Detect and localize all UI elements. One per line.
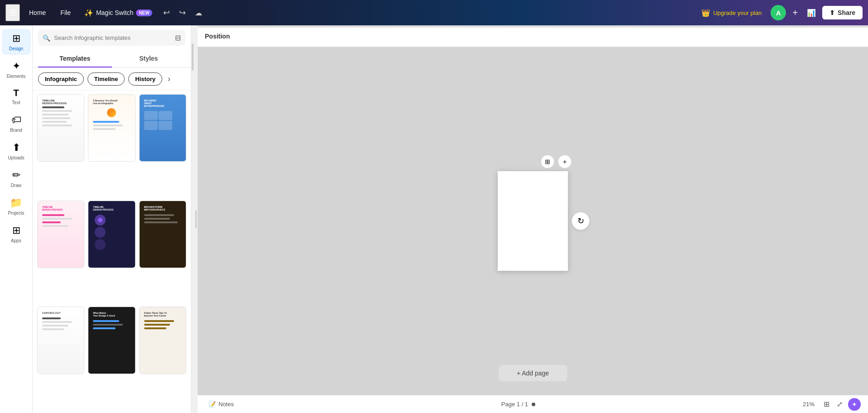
page-info-text: Page 1 / 1	[501, 401, 528, 408]
sidebar-item-projects[interactable]: 📁 Projects	[2, 193, 31, 219]
analytics-button[interactable]: 📊	[804, 6, 819, 20]
search-icon: 🔍	[43, 34, 50, 42]
main-layout: ⊞ Design ✦ Elements T Text 🏷 Brand ⬆ Upl…	[0, 25, 868, 413]
apps-icon: ⊞	[12, 225, 20, 236]
template-item[interactable]: Follow These Tips ToImprove Your Career	[139, 307, 186, 374]
elements-icon: ✦	[12, 60, 20, 72]
template-item[interactable]: CHRONOLOGY	[37, 307, 84, 374]
template-item[interactable]: 5 Reasons You ShouldUse an Infographic	[88, 94, 135, 162]
hamburger-button[interactable]: ☰	[5, 4, 20, 21]
resize-handle[interactable]	[194, 25, 198, 413]
category-chips: Infographic Timeline History ›	[33, 68, 191, 91]
help-button[interactable]: ✦	[848, 398, 861, 411]
template-item[interactable]: TIMELINEDESIGN PROCESS	[37, 201, 84, 268]
chips-scroll-right-icon[interactable]: ›	[166, 72, 172, 86]
position-label: Position	[205, 33, 230, 40]
bottom-bar: 📝 Notes Page 1 / 1 21% ⊞ ⤢ ✦	[198, 395, 868, 413]
magic-switch-star-icon: ✨	[84, 9, 93, 17]
file-button[interactable]: File	[55, 6, 76, 19]
top-scrollbar[interactable]	[198, 25, 868, 28]
panel-wrapper: 🔍 ⊟ Templates Styles Infographic Timelin…	[33, 25, 194, 413]
search-bar: 🔍 ⊟	[38, 30, 185, 46]
sidebar-brand-label: Brand	[10, 128, 22, 133]
sidebar-item-design[interactable]: ⊞ Design	[2, 29, 31, 55]
share-button[interactable]: ⬆ Share	[822, 6, 863, 19]
filter-icon[interactable]: ⊟	[175, 34, 181, 42]
sidebar-item-draw[interactable]: ✏ Draw	[2, 166, 31, 192]
canvas-page-actions: ⊞ +	[541, 155, 572, 168]
notes-button[interactable]: 📝 Notes	[205, 399, 238, 409]
canvas-toolbar: Position	[198, 25, 868, 47]
resize-handle-inner	[195, 210, 197, 228]
text-icon: T	[13, 88, 19, 98]
expand-page-button[interactable]: ⊞	[541, 155, 554, 168]
uploads-icon: ⬆	[12, 142, 20, 154]
page-dot	[532, 403, 535, 406]
add-collaborator-button[interactable]: +	[790, 5, 800, 21]
notes-icon: 📝	[209, 401, 216, 408]
template-item[interactable]: BRAINSTORMIMFOGRAPHICS	[139, 201, 186, 268]
undo-button[interactable]: ↩	[160, 5, 173, 20]
template-item[interactable]: TIMELINEDESIGN PROCESS	[37, 94, 84, 162]
magic-switch-badge: NEW	[136, 10, 152, 16]
brand-icon: 🏷	[11, 114, 21, 126]
sidebar-item-uploads[interactable]: ⬆ Uploads	[2, 138, 31, 164]
upgrade-button[interactable]: 👑 Upgrade your plan	[696, 6, 767, 20]
magic-switch-button[interactable]: ✨ Magic Switch NEW	[80, 6, 157, 20]
grid-view-button[interactable]: ⊞	[822, 398, 831, 410]
page-info: Page 1 / 1	[501, 401, 535, 408]
canvas-page	[498, 171, 568, 271]
share-icon: ⬆	[829, 9, 835, 16]
templates-panel: 🔍 ⊟ Templates Styles Infographic Timelin…	[33, 25, 191, 413]
sidebar-uploads-label: Uploads	[8, 155, 24, 160]
canvas-page-container: ⊞ + ↻	[498, 171, 568, 271]
tab-styles[interactable]: Styles	[112, 50, 186, 67]
upgrade-label: Upgrade your plan	[713, 10, 761, 16]
panel-tabs: Templates Styles	[33, 50, 191, 68]
zoom-level[interactable]: 21%	[799, 399, 818, 409]
refresh-design-button[interactable]: ↻	[572, 212, 590, 230]
sidebar-item-elements[interactable]: ✦ Elements	[2, 57, 31, 82]
user-avatar[interactable]: A	[771, 5, 786, 20]
sidebar-projects-label: Projects	[8, 211, 24, 216]
redo-button[interactable]: ↪	[176, 5, 189, 20]
draw-icon: ✏	[12, 169, 20, 181]
magic-switch-label: Magic Switch	[96, 9, 133, 16]
projects-icon: 📁	[10, 197, 22, 209]
sidebar-item-text[interactable]: T Text	[2, 84, 31, 109]
sidebar-icons: ⊞ Design ✦ Elements T Text 🏷 Brand ⬆ Upl…	[0, 25, 33, 413]
chip-history[interactable]: History	[128, 72, 162, 86]
sidebar-draw-label: Draw	[11, 183, 21, 188]
sidebar-item-apps[interactable]: ⊞ Apps	[2, 221, 31, 247]
canvas-area: Position ⊞ + ↻ + Add page 📝 Note	[198, 25, 868, 413]
add-page-button[interactable]: + Add page	[499, 365, 567, 381]
notes-label: Notes	[218, 401, 234, 408]
top-navigation: ☰ Home File ✨ Magic Switch NEW ↩ ↪ ☁ 👑 U…	[0, 0, 868, 25]
chip-timeline[interactable]: Timeline	[87, 72, 125, 86]
template-item[interactable]: BECOMINGGREATENTREPRENEURS	[139, 94, 186, 162]
panel-scrollbar-thumb	[192, 43, 194, 71]
sidebar-elements-label: Elements	[7, 74, 26, 79]
chip-infographic[interactable]: Infographic	[38, 72, 84, 86]
sidebar-item-brand[interactable]: 🏷 Brand	[2, 110, 31, 136]
template-grid: TIMELINEDESIGN PROCESS 5 Reas	[33, 91, 191, 413]
sidebar-text-label: Text	[12, 100, 20, 105]
canvas-viewport[interactable]: ⊞ + ↻ + Add page	[198, 47, 868, 395]
design-icon: ⊞	[12, 33, 20, 44]
sidebar-apps-label: Apps	[11, 238, 21, 243]
crown-icon: 👑	[701, 9, 710, 17]
fullscreen-button[interactable]: ⤢	[835, 398, 844, 410]
add-section-button[interactable]: +	[558, 155, 572, 168]
search-input[interactable]	[54, 34, 171, 41]
template-item[interactable]: TIMELINEDESIGN PROCESS	[88, 201, 135, 268]
cloud-save-button[interactable]: ☁	[192, 6, 205, 20]
home-button[interactable]: Home	[24, 6, 51, 19]
tab-templates[interactable]: Templates	[38, 50, 112, 67]
template-item[interactable]: What MakesYour Design A Good	[88, 307, 135, 374]
sidebar-design-label: Design	[9, 46, 23, 51]
share-label: Share	[838, 9, 855, 16]
